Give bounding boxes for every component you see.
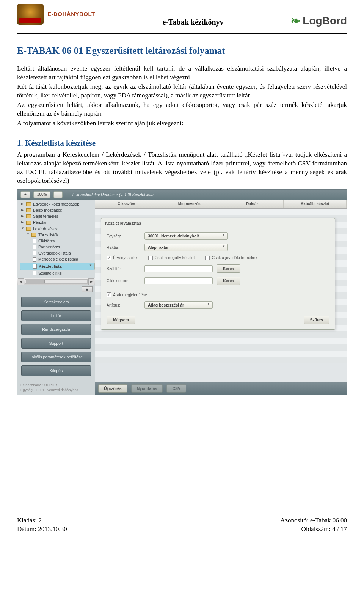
unit-label: Egység: [107, 233, 141, 239]
manual-title: e-Tabak kézikönyv [95, 4, 291, 27]
nav-rendszergazda[interactable]: Rendszergazda [21, 324, 91, 335]
col-megnevezes[interactable]: Megnevezés [158, 200, 221, 209]
zoom-out-button[interactable]: - [53, 191, 62, 198]
tree-item[interactable]: Partnertörzs [20, 244, 95, 250]
print-button[interactable]: Nyomtatás [131, 384, 163, 393]
footer-edition: Kiadás: 2 [17, 516, 67, 525]
filter-button[interactable]: Szűrés [304, 316, 329, 324]
folder-icon [26, 227, 31, 231]
showprice-label: Árak megjelenítése [113, 292, 147, 297]
group-search-button[interactable]: Keres [217, 277, 240, 285]
store-select[interactable]: Alap raktár [144, 244, 228, 251]
unit-select[interactable]: 30001. Nemzeti dohánybolt [144, 232, 228, 240]
footer-id: Azonosító: e-Tabak 06 00 [280, 516, 347, 525]
tree-item[interactable]: Cikktörzs [20, 238, 95, 244]
new-filter-button[interactable]: Új szűrés [98, 384, 127, 393]
folder-icon [26, 202, 31, 206]
nav-exit[interactable]: Kilépés [21, 365, 91, 376]
document-icon [33, 271, 36, 275]
document-icon [33, 239, 36, 243]
col-keszlet[interactable]: Aktuális készlet [284, 200, 347, 209]
folder-icon [26, 214, 31, 218]
intro-para-3: Az egyszerűsített leltárt, akkor alkalma… [17, 101, 347, 118]
intro-para-1: Leltárt általánosan évente egyszer felté… [17, 64, 347, 82]
dialog-title: Készlet kiválasztás [101, 218, 335, 228]
tree-item[interactable]: ▶Belső mozgások [20, 207, 95, 213]
document-icon [33, 251, 36, 255]
tree-item[interactable]: ▶Saját termelés [20, 213, 95, 219]
tree-item[interactable]: Mérleges cikkek listája [20, 256, 95, 262]
negative-label: Csak a negatív készlet [155, 255, 195, 260]
nav-leltar[interactable]: Leltár [21, 310, 91, 321]
tree-item[interactable]: Gyorskódok listája [20, 250, 95, 256]
csv-button[interactable]: CSV [166, 384, 186, 393]
cancel-button[interactable]: Mégsem [107, 316, 135, 324]
group-input[interactable] [144, 277, 213, 284]
collapse-button[interactable]: V [82, 286, 93, 292]
intro-block: Leltárt általánosan évente egyszer felté… [17, 64, 347, 128]
zoom-in-button[interactable]: + [20, 191, 30, 198]
unit-line: Egység: 30001. Nemzeti dohánybolt [20, 388, 92, 392]
nav-support[interactable]: Support [21, 338, 91, 349]
folder-icon [26, 221, 31, 225]
edohanybolt-logo-icon [17, 4, 44, 25]
horizontal-scrollbar[interactable]: ◄ ► [17, 278, 95, 285]
section-1-body: A programban a Kereskedelem / Lekérdezés… [17, 151, 347, 186]
app-toolbar: + 100% - E-kereskedelmi Rendszer (v.:1.0… [17, 190, 347, 200]
tree-item[interactable]: ▶Pénztár [20, 219, 95, 225]
intro-para-4: A folyamatot a következőkben leírtak sze… [17, 119, 347, 128]
showprice-checkbox[interactable] [107, 292, 111, 297]
zoom-level-button[interactable]: 100% [33, 191, 51, 198]
tree-item[interactable]: ▶Egységek közti mozgások [20, 201, 95, 207]
work-area: Cikkszám Megnevezés Raktár Aktuális kész… [95, 200, 347, 395]
leaf-icon: ❧ [291, 13, 300, 29]
tree-item[interactable]: ▼Törzs listák [20, 232, 95, 238]
supplier-search-button[interactable]: Keres [217, 264, 240, 273]
pricetype-select[interactable]: Átlag beszerzési ár [144, 301, 213, 309]
logbord-logo: ❧ LogBord [291, 4, 347, 29]
nav-tree: ▶Egységek közti mozgások ▶Belső mozgások… [17, 200, 95, 278]
group-label: Cikkcsoport: [107, 278, 141, 283]
app-screenshot: + 100% - E-kereskedelmi Rendszer (v.:1.0… [17, 189, 347, 395]
tree-item[interactable]: ▼Lekérdezések [20, 226, 95, 232]
sidebar: ▶Egységek közti mozgások ▶Belső mozgások… [17, 200, 95, 395]
col-raktar[interactable]: Raktár [221, 200, 284, 209]
user-line: Felhasználó: SUPPORT [20, 383, 92, 387]
excise-label: Csak a jövedéki termékek [212, 255, 257, 260]
scroll-left-icon[interactable]: ◄ [18, 278, 24, 285]
document-icon [33, 264, 37, 269]
scroll-right-icon[interactable]: ► [88, 278, 94, 285]
tree-item-selected[interactable]: Készlet lista [20, 263, 95, 270]
column-headers: Cikkszám Megnevezés Raktár Aktuális kész… [95, 200, 347, 209]
document-title: E-TABAK 06 01 Egyszerűsített leltározási… [17, 44, 347, 57]
user-info: Felhasználó: SUPPORT Egység: 30001. Nemz… [17, 381, 95, 395]
negative-checkbox[interactable] [148, 256, 153, 260]
footer-date: Dátum: 2013.10.30 [17, 525, 67, 534]
page-header: E-DOHÁNYBOLT e-Tabak kézikönyv ❧ LogBord [17, 4, 347, 31]
supplier-label: Szállító: [107, 266, 141, 271]
document-icon [33, 245, 36, 249]
nav-kereskedelem[interactable]: Kereskedelem [21, 297, 91, 307]
brand-text: E-DOHÁNYBOLT [47, 10, 95, 18]
valid-checkbox[interactable] [107, 256, 111, 260]
filter-dialog: Készlet kiválasztás Egység: 30001. Nemze… [101, 218, 335, 330]
document-icon [33, 257, 36, 262]
folder-icon [26, 208, 31, 212]
logbord-text: LogBord [303, 14, 347, 28]
valid-label: Érvényes cikk [113, 255, 138, 260]
store-label: Raktár: [107, 245, 141, 250]
header-rule [17, 33, 347, 34]
section-1-title: 1. Készletlista készítése [17, 138, 347, 148]
supplier-input[interactable] [144, 265, 213, 272]
tree-item[interactable]: Szállító cikkei [20, 270, 95, 276]
col-cikkszam[interactable]: Cikkszám [95, 200, 158, 209]
intro-para-2: Két fajtáját különböztetjük meg, az egyi… [17, 83, 347, 100]
nav-lokalis-param[interactable]: Lokális paraméterek betöltése [21, 352, 91, 362]
pricetype-label: Ártípus: [107, 302, 141, 308]
footer-page: Oldalszám: 4 / 17 [280, 525, 347, 534]
bottom-bar: Új szűrés Nyomtatás CSV [95, 382, 347, 395]
window-title: E-kereskedelmi Rendszer (v.:1.0) Készlet… [72, 192, 154, 197]
page-footer: Kiadás: 2 Dátum: 2013.10.30 Azonosító: e… [17, 516, 347, 534]
folder-icon [31, 233, 36, 237]
excise-checkbox[interactable] [205, 256, 210, 260]
